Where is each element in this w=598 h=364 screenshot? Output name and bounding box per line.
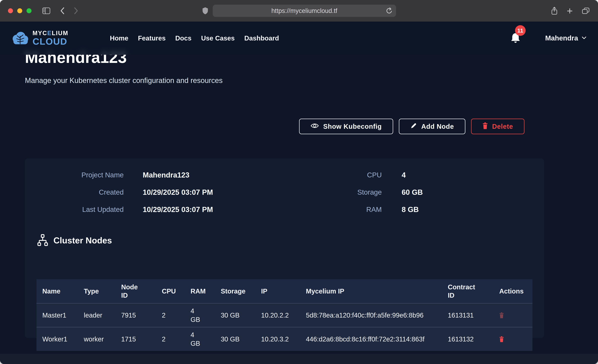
col-actions: Actions xyxy=(499,287,532,295)
address-bar-group: https://myceliumcloud.tf xyxy=(202,0,396,22)
table-row: Worker1 worker 1715 2 4 GB 30 GB 10.20.3… xyxy=(36,327,532,351)
url-text: https://myceliumcloud.tf xyxy=(271,7,337,14)
info-label: Created xyxy=(32,188,124,196)
ram-value: 8 GB xyxy=(402,205,501,214)
delete-cluster-button[interactable]: Delete xyxy=(471,119,524,134)
cell-mycelium-ip: 446:d2a6:8bcd:8c16:ff0f:72e2:3114:863f xyxy=(306,335,448,343)
project-info-right: CPU 4 Storage 60 GB RAM 8 GB xyxy=(323,171,501,214)
created-value: 10/29/2025 03:07 PM xyxy=(143,188,261,196)
project-info-left: Project Name Mahendra123 Created 10/29/2… xyxy=(32,171,261,214)
mycelium-cloud-logo[interactable]: MYCELIUM CLOUD xyxy=(12,30,68,46)
delete-node-button[interactable] xyxy=(499,336,504,342)
page-body: Mahendra123 Manage your Kubernetes clust… xyxy=(0,22,598,364)
cell-actions xyxy=(499,336,532,342)
info-label: RAM xyxy=(323,205,382,214)
minimize-window-button[interactable] xyxy=(17,8,22,13)
close-window-button[interactable] xyxy=(8,8,13,13)
user-name: Mahendra xyxy=(545,34,578,42)
tab-overview-icon[interactable] xyxy=(582,7,590,14)
eye-icon xyxy=(311,123,319,130)
cell-storage: 30 GB xyxy=(221,311,261,320)
logo-line-mycelium: MYCELIUM xyxy=(33,30,68,36)
cell-type: leader xyxy=(84,311,121,320)
table-header-row: Name Type Node ID CPU RAM Storage IP Myc… xyxy=(36,279,532,303)
sidebar-toggle-icon[interactable] xyxy=(42,7,50,14)
new-tab-icon[interactable]: + xyxy=(567,6,573,16)
col-name: Name xyxy=(42,287,84,295)
show-kubeconfig-label: Show Kubeconfig xyxy=(323,123,382,130)
nav-link-use-cases[interactable]: Use Cases xyxy=(201,34,235,42)
page-subtitle: Manage your Kubernetes cluster configura… xyxy=(25,76,223,85)
toolbar-right-group: + xyxy=(551,0,590,22)
cluster-nodes-heading: Cluster Nodes xyxy=(36,234,112,247)
cell-ram: 4 GB xyxy=(191,331,221,348)
cell-name: Worker1 xyxy=(42,335,84,343)
cluster-nodes-table: Name Type Node ID CPU RAM Storage IP Myc… xyxy=(36,279,532,351)
cluster-nodes-title: Cluster Nodes xyxy=(53,235,112,245)
info-label: Storage xyxy=(323,188,382,196)
forward-icon[interactable] xyxy=(74,7,78,14)
zoom-window-button[interactable] xyxy=(26,8,32,13)
bell-icon xyxy=(511,41,520,44)
col-ip: IP xyxy=(261,287,306,295)
nav-link-home[interactable]: Home xyxy=(110,34,128,42)
delete-node-button[interactable] xyxy=(499,312,504,318)
col-node-id: Node ID xyxy=(121,283,162,299)
delete-label: Delete xyxy=(492,123,513,130)
project-name-value: Mahendra123 xyxy=(143,171,261,179)
cloud-tree-logo-icon xyxy=(12,30,29,46)
cell-ip: 10.20.2.2 xyxy=(261,311,306,320)
nav-links: Home Features Docs Use Cases Dashboard xyxy=(110,34,279,42)
add-node-button[interactable]: Add Node xyxy=(399,119,465,134)
traffic-lights xyxy=(8,8,32,13)
col-mycelium-ip: Mycelium IP xyxy=(306,287,448,295)
table-row: Master1 leader 7915 2 4 GB 30 GB 10.20.2… xyxy=(36,303,532,327)
logo-line-cloud: CLOUD xyxy=(33,37,68,46)
cell-actions xyxy=(499,312,532,318)
chevron-down-icon xyxy=(582,36,586,40)
nav-link-dashboard[interactable]: Dashboard xyxy=(244,34,279,42)
info-label: CPU xyxy=(323,171,382,179)
nav-link-features[interactable]: Features xyxy=(138,34,166,42)
add-node-label: Add Node xyxy=(421,123,454,130)
cell-cpu: 2 xyxy=(162,311,191,320)
cpu-value: 4 xyxy=(402,171,501,179)
cell-contract-id: 1613131 xyxy=(448,311,499,320)
page-footer-strip xyxy=(0,354,598,364)
cell-node-id: 7915 xyxy=(121,311,162,320)
cell-node-id: 1715 xyxy=(121,335,162,343)
info-label: Project Name xyxy=(32,171,124,179)
last-updated-value: 10/29/2025 03:07 PM xyxy=(143,205,261,214)
user-menu[interactable]: Mahendra xyxy=(545,34,586,42)
toolbar-left-group xyxy=(8,0,78,22)
share-icon[interactable] xyxy=(551,7,558,15)
pencil-icon xyxy=(410,123,417,131)
cell-type: worker xyxy=(84,335,121,343)
nav-link-docs[interactable]: Docs xyxy=(175,34,191,42)
cell-ip: 10.20.3.2 xyxy=(261,335,306,343)
col-storage: Storage xyxy=(221,287,261,295)
cluster-actions-row: Show Kubeconfig Add Node xyxy=(299,119,524,134)
show-kubeconfig-button[interactable]: Show Kubeconfig xyxy=(299,119,393,134)
cell-storage: 30 GB xyxy=(221,335,261,343)
cell-name: Master1 xyxy=(42,311,84,320)
notifications-button[interactable]: 11 xyxy=(511,33,520,44)
col-contract-id: Contract ID xyxy=(448,283,499,299)
nav-right-group: 11 Mahendra xyxy=(511,33,586,44)
logo-wordmark: MYCELIUM CLOUD xyxy=(33,30,68,46)
back-icon[interactable] xyxy=(60,7,64,14)
privacy-shield-icon[interactable] xyxy=(202,7,208,15)
cell-cpu: 2 xyxy=(162,335,191,343)
url-field[interactable]: https://myceliumcloud.tf xyxy=(213,5,396,17)
project-summary-card: Project Name Mahendra123 Created 10/29/2… xyxy=(25,158,544,338)
reload-icon[interactable] xyxy=(386,7,392,14)
browser-window: https://myceliumcloud.tf + xyxy=(0,0,598,364)
col-cpu: CPU xyxy=(162,287,191,295)
col-type: Type xyxy=(84,287,121,295)
site-navbar: MYCELIUM CLOUD Home Features Docs Use Ca… xyxy=(0,22,598,55)
cell-ram: 4 GB xyxy=(191,306,221,324)
notification-count-badge: 11 xyxy=(515,25,526,36)
cell-contract-id: 1613132 xyxy=(448,335,499,343)
storage-value: 60 GB xyxy=(402,188,501,196)
browser-toolbar: https://myceliumcloud.tf + xyxy=(0,0,598,22)
